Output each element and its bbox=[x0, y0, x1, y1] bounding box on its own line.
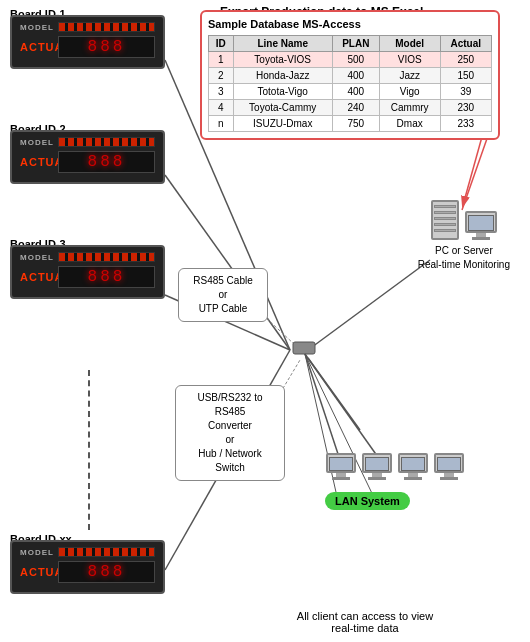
boardxx-model-label: MODEL bbox=[20, 548, 58, 557]
col-actual: Actual bbox=[440, 36, 491, 52]
board2-actual-display: 888 bbox=[58, 151, 155, 173]
server-icon bbox=[431, 200, 459, 240]
board1-actual-display: 888 bbox=[58, 36, 155, 58]
client-computer-3 bbox=[398, 453, 428, 480]
svg-line-9 bbox=[462, 130, 490, 210]
boardxx-actual-label: ACTUAL bbox=[20, 566, 58, 578]
lan-badge: LAN System bbox=[325, 492, 410, 510]
svg-line-1 bbox=[165, 175, 290, 350]
board2-actual-label: ACTUAL bbox=[20, 156, 58, 168]
rs485-callout: RS485 CableorUTP Cable bbox=[178, 268, 268, 322]
board3-model-display bbox=[58, 252, 155, 262]
board3-actual-label: ACTUAL bbox=[20, 271, 58, 283]
board2-model-label: MODEL bbox=[20, 138, 58, 147]
usb-callout: USB/RS232 to RS485ConverterorHub / Netwo… bbox=[175, 385, 285, 481]
board2-model-display bbox=[58, 137, 155, 147]
table-row: 4 Toyota-Cammy 240 Cammry 230 bbox=[209, 100, 492, 116]
svg-line-12 bbox=[305, 354, 380, 460]
svg-line-14 bbox=[305, 354, 380, 510]
pc-server-group: PC or ServerReal-time Monitoring bbox=[418, 200, 510, 272]
ms-access-table: ID Line Name PLAN Model Actual 1 Toyota-… bbox=[208, 35, 492, 132]
table-row: 2 Honda-Jazz 400 Jazz 150 bbox=[209, 68, 492, 84]
client-computer-2 bbox=[362, 453, 392, 480]
board2-panel: MODEL ACTUAL 888 bbox=[10, 130, 165, 184]
board1-model-display bbox=[58, 22, 155, 32]
board1-actual-label: ACTUAL bbox=[20, 41, 58, 53]
lan-computers-group bbox=[305, 450, 485, 483]
pc-label: PC or ServerReal-time Monitoring bbox=[418, 244, 510, 272]
client-computer-4 bbox=[434, 453, 464, 480]
svg-line-5 bbox=[308, 358, 360, 430]
board1-panel: MODEL ACTUAL 888 bbox=[10, 15, 165, 69]
dashed-separator bbox=[88, 370, 90, 530]
svg-line-4 bbox=[308, 260, 430, 350]
svg-line-13 bbox=[305, 354, 340, 510]
svg-rect-10 bbox=[293, 342, 315, 354]
ms-access-title: Sample Database MS-Access bbox=[208, 18, 492, 30]
board3-actual-display: 888 bbox=[58, 266, 155, 288]
col-model: Model bbox=[379, 36, 440, 52]
board3-panel: MODEL ACTUAL 888 bbox=[10, 245, 165, 299]
all-client-label: All client can access to viewreal-time d… bbox=[250, 610, 480, 634]
table-row: 3 Totota-Vigo 400 Vigo 39 bbox=[209, 84, 492, 100]
boardxx-actual-display: 888 bbox=[58, 561, 155, 583]
table-row: 1 Toyota-VIOS 500 VIOS 250 bbox=[209, 52, 492, 68]
col-line-name: Line Name bbox=[233, 36, 332, 52]
ms-access-box: Sample Database MS-Access ID Line Name P… bbox=[200, 10, 500, 140]
monitor-icon bbox=[465, 211, 497, 233]
col-plan: PLAN bbox=[332, 36, 379, 52]
col-id: ID bbox=[209, 36, 234, 52]
boardxx-panel: MODEL ACTUAL 888 bbox=[10, 540, 165, 594]
board3-model-label: MODEL bbox=[20, 253, 58, 262]
table-row: n ISUZU-Dmax 750 Dmax 233 bbox=[209, 116, 492, 132]
svg-line-11 bbox=[305, 354, 340, 460]
board1-model-label: MODEL bbox=[20, 23, 58, 32]
client-computer-1 bbox=[326, 453, 356, 480]
boardxx-model-display bbox=[58, 547, 155, 557]
